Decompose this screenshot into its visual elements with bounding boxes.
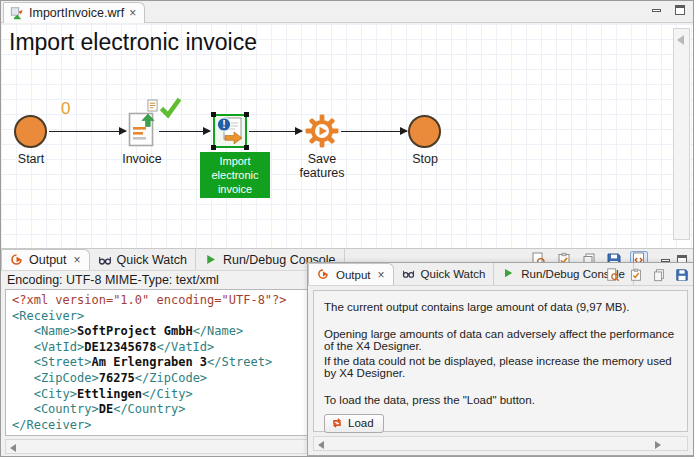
node-save-label: Save features — [284, 152, 360, 180]
workflow-file-icon — [10, 6, 24, 20]
msg-tab-output-label: Output — [336, 269, 371, 281]
collapsed-palette[interactable] — [673, 28, 690, 240]
xml-segment-tag: <Street> — [12, 355, 91, 369]
node-save-features[interactable] — [304, 113, 340, 149]
xml-segment-text: Am Erlengraben 3 — [91, 355, 207, 369]
import-label-line: Import — [200, 154, 270, 168]
edge-start-invoice[interactable] — [49, 131, 126, 132]
message-line-memory: If the data could not be displayed, plea… — [324, 355, 677, 379]
xml-line: <VatId>DE12345678</VatId> — [12, 340, 313, 356]
output-horizontal-scrollbar[interactable] — [5, 439, 308, 454]
svg-text:!: ! — [222, 118, 226, 130]
xml-segment-text: DE12345678 — [84, 340, 156, 354]
msg-tab-output[interactable]: Output × — [308, 263, 394, 286]
find-in-output-icon[interactable] — [604, 266, 622, 284]
xml-output-view[interactable]: <?xml version="1.0" encoding="UTF-8"?><R… — [5, 289, 320, 436]
selection-handle[interactable] — [244, 145, 249, 150]
node-start-label: Start — [13, 152, 49, 166]
selection-handle[interactable] — [211, 145, 216, 150]
xml-line: <Country>DE</Country> — [12, 402, 313, 418]
node-stop-label: Stop — [409, 152, 441, 166]
xml-segment-text: DE — [99, 402, 113, 416]
edge-invoice-import[interactable] — [159, 131, 210, 132]
xml-segment-tag: <Receiver> — [12, 309, 84, 323]
workflow-canvas[interactable]: Import electronic invoice Start 0 — [1, 24, 693, 248]
node-start[interactable] — [14, 115, 47, 148]
spacer — [324, 316, 677, 328]
workflow-title: Import electronic invoice — [9, 29, 257, 56]
import-label-line: invoice — [200, 182, 270, 196]
minimize-icon[interactable] — [652, 9, 661, 12]
xml-segment-text: Ettlingen — [77, 387, 142, 401]
editor-tab-bar: ImportInvoice.wrf × — [1, 1, 693, 23]
xml-line: <City>Ettlingen</City> — [12, 387, 313, 403]
editor-tab-importinvoice[interactable]: ImportInvoice.wrf × — [3, 2, 145, 23]
load-button[interactable]: Load — [324, 414, 384, 433]
invoice-document-icon — [128, 112, 156, 149]
xml-segment-tag: <Country> — [12, 402, 99, 416]
large-output-message: The current output contains large amount… — [313, 290, 688, 432]
validate-output-icon[interactable] — [627, 266, 645, 284]
encoding-info: Encoding: UTF-8 MIME-Type: text/xml — [7, 273, 219, 287]
maximize-icon[interactable] — [675, 5, 685, 15]
save-output-icon[interactable] — [673, 266, 691, 284]
xml-line: <Street>Am Erlengraben 3</Street> — [12, 355, 313, 371]
xml-line: <Receiver> — [12, 309, 313, 325]
tab-quick-watch[interactable]: Quick Watch — [90, 249, 196, 270]
message-line-size: The current output contains large amount… — [324, 301, 677, 313]
output-message-panel: Output × Quick Watch Run/Debug Console — [307, 262, 694, 456]
tab-output[interactable]: Output × — [1, 249, 90, 270]
msg-tab-quick-watch[interactable]: Quick Watch — [394, 263, 495, 285]
xml-segment-tag: </Street> — [207, 355, 272, 369]
node-import-electronic-invoice[interactable]: ! — [213, 114, 247, 148]
play-icon — [204, 253, 218, 267]
success-check-icon — [157, 94, 183, 124]
message-horizontal-scrollbar[interactable] — [313, 436, 688, 451]
xml-segment-prolog: <?xml version="1.0" encoding="UTF-8"?> — [12, 293, 287, 307]
message-panel-tab-bar: Output × Quick Watch Run/Debug Console — [308, 263, 693, 286]
tab-output-close-icon[interactable]: × — [74, 253, 81, 267]
import-label-line: electronic — [200, 168, 270, 182]
xml-line: <Name>SoftProject GmbH</Name> — [12, 324, 313, 340]
play-icon — [502, 267, 516, 281]
msg-tab-output-close-icon[interactable]: × — [378, 268, 385, 282]
output-icon — [317, 268, 331, 282]
editor-tab-label: ImportInvoice.wrf — [29, 6, 124, 20]
x4-designer-window: ImportInvoice.wrf × Import electronic in… — [0, 0, 694, 457]
tab-output-label: Output — [29, 253, 67, 267]
edge-save-stop[interactable] — [341, 131, 407, 132]
message-line-load-hint: To load the data, press the "Load" butto… — [324, 394, 677, 406]
xml-segment-tag: </Receiver> — [12, 418, 91, 432]
node-invoice[interactable] — [128, 112, 156, 149]
xml-segment-tag: <VatId> — [12, 340, 84, 354]
edge-import-save[interactable] — [249, 131, 302, 132]
xml-segment-tag: </Name> — [193, 324, 244, 338]
output-icon — [10, 253, 24, 267]
selection-handle[interactable] — [244, 112, 249, 117]
message-panel-toolbar — [604, 266, 691, 284]
scroll-left-icon[interactable] — [10, 444, 16, 452]
tab-quick-watch-label: Quick Watch — [117, 253, 187, 267]
editor-tab-close-icon[interactable]: × — [129, 6, 136, 20]
message-line-performance: Opening large amounts of data can advers… — [324, 328, 677, 352]
xml-line: <ZipCode>76275</ZipCode> — [12, 371, 313, 387]
selection-handle[interactable] — [211, 112, 216, 117]
xml-segment-tag: <City> — [12, 387, 77, 401]
xml-segment-tag: <Name> — [12, 324, 77, 338]
scroll-right-icon[interactable] — [655, 441, 661, 449]
glasses-icon — [98, 253, 112, 267]
import-invoice-icon: ! — [215, 116, 245, 146]
copy-output-icon[interactable] — [650, 266, 668, 284]
editor-window-buttons — [652, 5, 685, 15]
edge-count-label: 0 — [61, 99, 70, 119]
spacer — [324, 382, 677, 394]
node-stop[interactable] — [408, 115, 441, 148]
msg-tab-quick-watch-label: Quick Watch — [421, 268, 486, 280]
gear-play-icon — [304, 113, 340, 149]
expand-palette-icon[interactable] — [677, 35, 684, 45]
node-import-label: Import electronic invoice — [200, 152, 270, 198]
xml-segment-text: 76275 — [99, 371, 135, 385]
scroll-left-icon[interactable] — [318, 441, 324, 449]
node-invoice-label: Invoice — [119, 152, 165, 166]
xml-segment-tag: </City> — [142, 387, 193, 401]
